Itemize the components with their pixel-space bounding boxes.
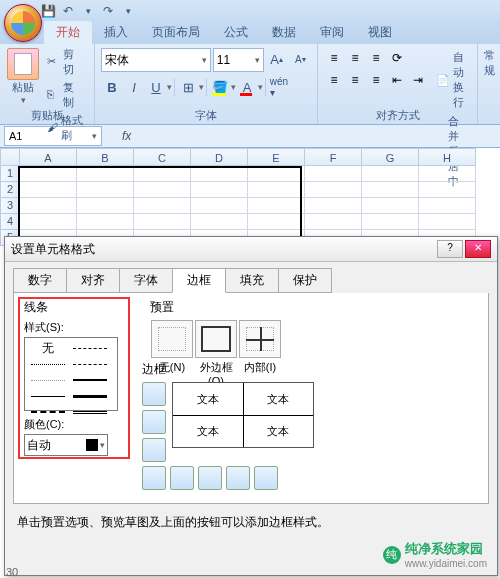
style-opt[interactable]: [70, 373, 110, 387]
line-section-label: 线条: [24, 299, 124, 316]
tab-view[interactable]: 视图: [356, 21, 404, 44]
orientation-button[interactable]: ⟳: [387, 48, 407, 68]
border-bottom-button[interactable]: [142, 438, 166, 462]
paste-dropdown-icon[interactable]: ▾: [21, 95, 26, 105]
bold-button[interactable]: B: [101, 76, 123, 98]
copy-icon: ⎘: [47, 88, 60, 102]
align-right-button[interactable]: ≡: [366, 70, 386, 90]
fx-icon[interactable]: fx: [122, 129, 131, 143]
align-middle-button[interactable]: ≡: [345, 48, 365, 68]
paste-label[interactable]: 粘贴: [12, 80, 34, 95]
tab-review[interactable]: 审阅: [308, 21, 356, 44]
save-icon[interactable]: 💾: [40, 3, 56, 19]
border-hmid-button[interactable]: [142, 410, 166, 434]
col-header[interactable]: C: [134, 148, 191, 166]
close-button[interactable]: ✕: [465, 240, 491, 258]
undo-dropdown-icon[interactable]: ▾: [80, 3, 96, 19]
group-number: 常规: [478, 44, 500, 124]
border-button[interactable]: ⊞: [177, 76, 199, 98]
qat-customize-icon[interactable]: ▾: [120, 3, 136, 19]
paste-icon[interactable]: [7, 48, 39, 80]
border-diag1-button[interactable]: [142, 466, 166, 490]
preview-cell: 文本: [173, 415, 243, 447]
border-section: 边框 文本 文本 文本 文本: [142, 361, 314, 490]
shrink-font-button[interactable]: A▾: [289, 48, 311, 70]
number-format-label[interactable]: 常规: [484, 48, 495, 78]
group-font: 宋体▾ 11▾ A▴ A▾ B I U ▾ ⊞▾ 🪣▾ A▾ wén▾ 字体: [95, 44, 318, 124]
row-header[interactable]: 3: [0, 198, 20, 214]
style-opt[interactable]: [70, 389, 110, 403]
cut-button[interactable]: ✂剪切: [43, 46, 88, 78]
indent-dec-button[interactable]: ⇤: [387, 70, 407, 90]
dtab-number[interactable]: 数字: [13, 268, 67, 293]
style-opt[interactable]: [70, 341, 110, 355]
border-top-button[interactable]: [142, 382, 166, 406]
scissors-icon: ✂: [47, 55, 60, 69]
col-header[interactable]: H: [419, 148, 476, 166]
style-opt[interactable]: [70, 357, 110, 371]
col-header[interactable]: D: [191, 148, 248, 166]
dtab-font[interactable]: 字体: [119, 268, 173, 293]
row-header[interactable]: 1: [0, 166, 20, 182]
italic-button[interactable]: I: [123, 76, 145, 98]
select-all-corner[interactable]: [0, 148, 20, 166]
copy-button[interactable]: ⎘复制: [43, 79, 88, 111]
line-style-listbox[interactable]: 无: [24, 337, 118, 411]
tab-formulas[interactable]: 公式: [212, 21, 260, 44]
dtab-fill[interactable]: 填充: [225, 268, 279, 293]
underline-dropdown-icon[interactable]: ▾: [167, 82, 172, 92]
style-opt[interactable]: [28, 357, 68, 371]
col-header[interactable]: G: [362, 148, 419, 166]
align-bottom-button[interactable]: ≡: [366, 48, 386, 68]
border-dropdown-icon[interactable]: ▾: [199, 82, 204, 92]
phonetic-button[interactable]: wén▾: [268, 76, 290, 98]
help-button[interactable]: ?: [437, 240, 463, 258]
tab-insert[interactable]: 插入: [92, 21, 140, 44]
col-header[interactable]: B: [77, 148, 134, 166]
row-header[interactable]: 2: [0, 182, 20, 198]
group-alignment: ≡ ≡ ≡ ⟳ ≡ ≡ ≡ ⇤ ⇥ 📄自动换行 ⊟合并后居中▾ 对齐方式: [318, 44, 478, 124]
preview-cell: 文本: [173, 383, 243, 415]
col-header[interactable]: A: [20, 148, 77, 166]
border-diag2-button[interactable]: [254, 466, 278, 490]
style-none[interactable]: 无: [28, 341, 68, 355]
dtab-alignment[interactable]: 对齐: [66, 268, 120, 293]
align-left-button[interactable]: ≡: [324, 70, 344, 90]
dtab-protection[interactable]: 保护: [278, 268, 332, 293]
office-button[interactable]: [4, 4, 42, 42]
wrap-text-button[interactable]: 📄自动换行: [432, 48, 471, 112]
style-opt[interactable]: [28, 389, 68, 403]
font-name-select[interactable]: 宋体▾: [101, 48, 211, 72]
dtab-border[interactable]: 边框: [172, 268, 226, 293]
tab-home[interactable]: 开始: [44, 21, 92, 44]
col-header[interactable]: E: [248, 148, 305, 166]
align-center-button[interactable]: ≡: [345, 70, 365, 90]
border-preview[interactable]: 文本 文本 文本 文本: [172, 382, 314, 448]
font-size-select[interactable]: 11▾: [213, 48, 264, 72]
fontcolor-dropdown-icon[interactable]: ▾: [258, 82, 263, 92]
underline-button[interactable]: U: [145, 76, 167, 98]
font-color-button[interactable]: A: [236, 76, 258, 98]
undo-icon[interactable]: ↶: [60, 3, 76, 19]
quick-access-toolbar: 💾 ↶ ▾ ↷ ▾: [0, 0, 500, 22]
border-left-button[interactable]: [170, 466, 194, 490]
color-select[interactable]: 自动 ▾: [24, 434, 108, 456]
tab-data[interactable]: 数据: [260, 21, 308, 44]
style-opt[interactable]: [70, 405, 110, 419]
worksheet[interactable]: A B C D E F G H 1 2 3 4 5: [0, 148, 500, 246]
col-header[interactable]: F: [305, 148, 362, 166]
ribbon-tabs: 开始 插入 页面布局 公式 数据 审阅 视图: [0, 22, 500, 44]
border-vmid-button[interactable]: [198, 466, 222, 490]
align-top-button[interactable]: ≡: [324, 48, 344, 68]
style-opt[interactable]: [28, 373, 68, 387]
border-right-button[interactable]: [226, 466, 250, 490]
tab-page-layout[interactable]: 页面布局: [140, 21, 212, 44]
redo-icon[interactable]: ↷: [100, 3, 116, 19]
dialog-tabs: 数字 对齐 字体 边框 填充 保护: [5, 262, 497, 293]
dialog-titlebar[interactable]: 设置单元格格式 ? ✕: [5, 237, 497, 262]
fill-color-button[interactable]: 🪣: [209, 76, 231, 98]
grow-font-button[interactable]: A▴: [266, 48, 288, 70]
preset-section-label: 预置: [150, 299, 282, 316]
row-header[interactable]: 4: [0, 214, 20, 230]
indent-inc-button[interactable]: ⇥: [408, 70, 428, 90]
